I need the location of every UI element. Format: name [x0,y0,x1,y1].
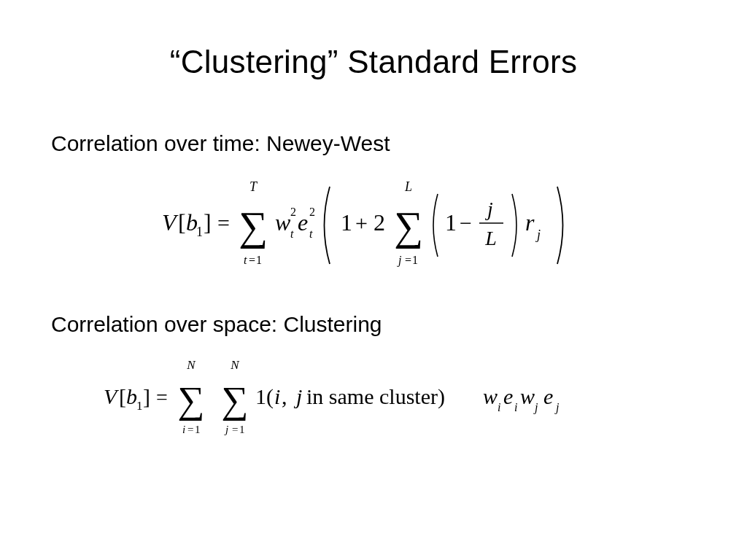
slide-title: “Clustering” Standard Errors [51,44,696,80]
svg-text:j: j [397,254,402,267]
formula-clustering: V [ b 1 ] = N ∑ i = 1 N ∑ j = 1 1( [51,359,696,442]
section-clustering: Correlation over space: Clustering [51,312,696,337]
var-b: b [126,384,137,408]
svg-text:t: t [290,228,294,240]
svg-text:−: − [460,211,472,235]
var-w: w [275,209,291,236]
var-V: V [104,384,120,408]
svg-text:w: w [520,384,535,408]
svg-text:=: = [187,424,193,435]
sigma-icon: ∑ [239,203,268,249]
svg-text:1: 1 [195,424,201,435]
paren-left-icon [433,194,438,257]
svg-text:i: i [182,424,185,435]
svg-text:=: = [156,386,168,408]
svg-text:i: i [514,401,517,413]
section-newey-west: Correlation over time: Newey-West [51,131,696,156]
paren-left-icon [325,187,330,264]
svg-text:]: ] [204,209,212,236]
svg-text:=: = [405,254,411,266]
svg-text:j: j [554,401,560,414]
svg-text:[: [ [119,384,126,408]
svg-text:j: j [224,424,228,435]
svg-text:2: 2 [309,206,315,218]
svg-text:j: j [535,228,541,242]
svg-text:j: j [293,384,302,408]
svg-text:2: 2 [374,209,385,236]
paren-right-icon [557,187,563,264]
frac-den: L [484,227,497,249]
svg-text:i: i [498,401,500,413]
svg-text:e: e [503,384,513,408]
svg-text:=: = [249,254,255,266]
svg-text:e: e [543,384,553,408]
svg-text:t: t [309,228,313,240]
frac-num: j [485,198,493,220]
svg-text:j: j [533,401,538,414]
svg-text:1: 1 [136,399,143,413]
var-r: r [525,209,535,236]
svg-text:1: 1 [341,209,352,236]
sub-1: 1 [196,225,203,239]
sigma-icon: ∑ [221,379,248,421]
sigma-icon: ∑ [177,379,204,421]
sum-upper-L: L [404,179,412,194]
svg-text:w: w [483,384,498,408]
sum-upper-N: N [186,358,196,372]
svg-text:i: i [274,384,280,408]
indicator: 1( [255,384,274,409]
svg-text:1: 1 [445,209,457,236]
svg-text:t: t [244,254,247,266]
svg-text:2: 2 [290,206,296,218]
var-V: V [162,209,179,236]
slide: “Clustering” Standard Errors Correlation… [0,0,747,560]
svg-text:]: ] [143,384,150,408]
paren-right-icon [512,194,516,257]
indicator-text: in same cluster) [306,384,445,409]
svg-text:1: 1 [239,424,245,435]
op-eq: = [217,211,230,235]
formula-newey-west: V [ b 1 ] = T ∑ t = 1 w 2 t e 2 t 1 [51,178,696,276]
sum-upper-T: T [249,179,258,194]
var-e: e [298,209,308,236]
svg-text:1: 1 [412,254,418,266]
svg-text:+: + [355,211,368,235]
svg-text:N: N [230,358,240,372]
svg-text:=: = [232,424,238,435]
svg-text:1: 1 [256,254,262,266]
sigma-icon: ∑ [394,203,423,249]
svg-text:[: [ [178,209,186,236]
svg-text:,: , [282,384,287,408]
